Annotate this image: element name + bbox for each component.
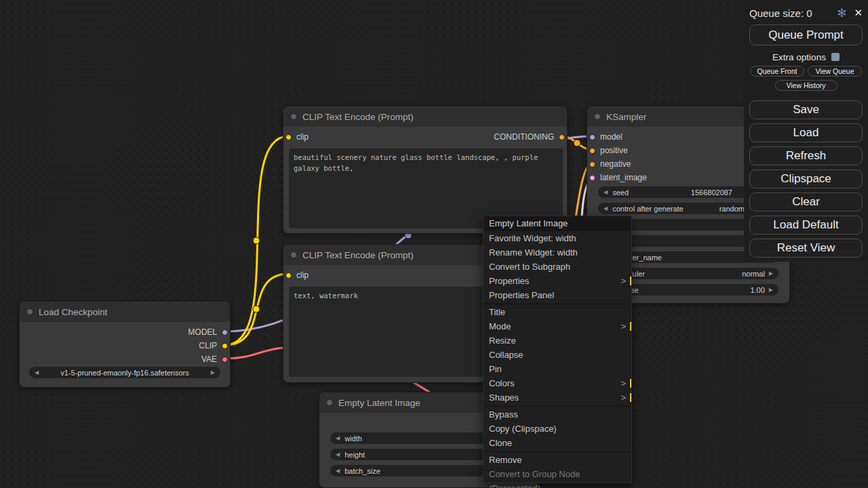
clear-button[interactable]: Clear xyxy=(749,192,863,211)
menu-item-favorite-widget[interactable]: Favorite Widget: width xyxy=(484,231,631,245)
decrement-arrow-icon[interactable]: ◀ xyxy=(336,468,340,474)
menu-item-rename-widget[interactable]: Rename Widget: width xyxy=(484,245,631,260)
menu-item-convert-to-subgraph[interactable]: Convert to Subgraph xyxy=(484,260,631,274)
menu-item-label: Convert to Subgraph xyxy=(489,262,570,272)
view-queue-button[interactable]: View Queue xyxy=(808,66,862,77)
menu-item-label: Copy (Clipspace) xyxy=(489,424,557,434)
slot-label: VAE xyxy=(201,354,217,364)
menu-item-label: Bypass xyxy=(489,409,518,420)
link-midpoint-dot[interactable] xyxy=(253,306,260,312)
load-default-button[interactable]: Load Default xyxy=(749,216,863,235)
queue-size-label: Queue size: 0 xyxy=(749,7,837,19)
link-midpoint-dot[interactable] xyxy=(574,140,580,146)
node-clip-text-encode-positive[interactable]: CLIP Text Encode (Prompt) clip CONDITION… xyxy=(283,106,568,234)
menu-item-label: Properties xyxy=(489,276,529,286)
collapse-dot-icon[interactable] xyxy=(326,399,333,406)
node-title: CLIP Text Encode (Prompt) xyxy=(302,250,414,260)
conditioning-port-icon[interactable] xyxy=(559,134,565,140)
menu-item-mode[interactable]: Mode> xyxy=(484,319,631,333)
clipspace-button[interactable]: Clipspace xyxy=(749,169,863,188)
queue-front-button[interactable]: Queue Front xyxy=(750,66,804,77)
menu-item-label: Collapse xyxy=(489,350,524,360)
slot-label: positive xyxy=(600,146,628,155)
link-midpoint-dot[interactable] xyxy=(253,237,260,244)
output-slot-conditioning[interactable]: CONDITIONING xyxy=(283,130,567,144)
menu-item-shapes[interactable]: Shapes> xyxy=(484,390,631,405)
decrement-arrow-icon[interactable]: ◀ xyxy=(604,189,608,195)
conditioning-port-icon[interactable] xyxy=(589,148,595,154)
decrement-arrow-icon[interactable]: ◀ xyxy=(336,435,340,441)
node-title: KSampler xyxy=(606,112,646,122)
menu-item-properties[interactable]: Properties> xyxy=(484,274,631,288)
menu-item-colors[interactable]: Colors> xyxy=(484,376,631,390)
node-titlebar[interactable]: Load Checkpoint xyxy=(20,302,230,322)
slot-label: negative xyxy=(600,159,631,169)
model-port-icon[interactable] xyxy=(589,134,595,140)
node-titlebar[interactable]: CLIP Text Encode (Prompt) xyxy=(283,106,567,127)
menu-item-label: Clone xyxy=(489,438,512,448)
menu-item-label: Title xyxy=(489,307,505,317)
menu-item-clone[interactable]: Clone xyxy=(484,436,631,450)
increment-arrow-icon[interactable]: ▶ xyxy=(769,270,773,277)
submenu-arrow-icon: > xyxy=(620,274,626,288)
submenu-arrow-icon: > xyxy=(620,376,626,390)
widget-ckpt-name[interactable]: ◀ v1-5-pruned-emaonly-fp16.safetensors ▶ xyxy=(29,367,220,378)
menu-item-pin[interactable]: Pin xyxy=(484,362,631,376)
refresh-button[interactable]: Refresh xyxy=(749,146,863,165)
widget-label: control after generate xyxy=(612,205,684,213)
widget-label: width xyxy=(344,434,362,443)
menu-item-bypass[interactable]: Bypass xyxy=(484,407,631,422)
menu-item-remove[interactable]: Remove xyxy=(484,453,631,467)
node-title: Empty Latent Image xyxy=(338,398,420,408)
menu-item-properties-panel[interactable]: Properties Panel xyxy=(484,288,631,302)
vae-port-icon[interactable] xyxy=(222,357,228,363)
menu-item-label: Mode xyxy=(489,321,511,331)
save-button[interactable]: Save xyxy=(749,100,863,119)
widget-label: height xyxy=(344,451,365,459)
menu-item-label: Shapes xyxy=(489,392,519,403)
widget-value: normal xyxy=(742,270,765,278)
decrement-arrow-icon[interactable]: ◀ xyxy=(604,205,608,211)
output-slot-model[interactable]: MODEL xyxy=(20,325,230,339)
widget-label: batch_size xyxy=(344,467,380,475)
widget-value: 1566802087 xyxy=(691,188,732,197)
menu-item-label: Remove xyxy=(489,455,521,465)
menu-item-resize[interactable]: Resize xyxy=(484,333,631,348)
model-port-icon[interactable] xyxy=(222,329,228,336)
decrement-arrow-icon[interactable]: ◀ xyxy=(336,451,340,458)
close-icon[interactable]: ✕ xyxy=(854,7,863,19)
slot-label: CLIP xyxy=(199,341,217,350)
menu-item-label: Pin xyxy=(489,364,502,374)
menu-item-collapse[interactable]: Collapse xyxy=(484,348,631,362)
reset-view-button[interactable]: Reset View xyxy=(749,239,863,258)
submenu-arrow-icon: > xyxy=(620,390,626,405)
settings-gear-icon[interactable]: ✻ xyxy=(837,6,846,20)
queue-prompt-button[interactable]: Queue Prompt xyxy=(749,24,863,45)
slot-label: MODEL xyxy=(188,327,217,337)
increment-arrow-icon[interactable]: ▶ xyxy=(769,287,773,293)
collapse-dot-icon[interactable] xyxy=(290,251,297,258)
output-slot-clip[interactable]: CLIP xyxy=(20,339,230,352)
menu-item-copy-clipspace[interactable]: Copy (Clipspace) xyxy=(484,422,631,436)
menu-item-convert-to-group-node[interactable]: Convert to Group Node (Deprecated) xyxy=(484,467,631,481)
slot-label: model xyxy=(600,132,623,142)
collapse-dot-icon[interactable] xyxy=(26,308,33,315)
view-history-button[interactable]: View History xyxy=(775,80,837,91)
next-arrow-icon[interactable]: ▶ xyxy=(211,369,215,375)
clip-port-icon[interactable] xyxy=(222,343,228,349)
output-slot-vae[interactable]: VAE xyxy=(20,352,230,366)
collapse-dot-icon[interactable] xyxy=(594,113,601,120)
widget-value: 1.00 xyxy=(750,286,764,294)
menu-item-title[interactable]: Title xyxy=(484,305,631,319)
menu-item-label: Rename Widget: width xyxy=(489,247,578,258)
conditioning-port-icon[interactable] xyxy=(589,161,595,167)
extra-options-checkbox[interactable] xyxy=(831,53,840,61)
load-button[interactable]: Load xyxy=(749,123,863,142)
collapse-dot-icon[interactable] xyxy=(290,113,297,120)
latent-port-icon[interactable] xyxy=(589,175,595,181)
graph-canvas[interactable]: CLIP Text Encode (Prompt) clip CONDITION… xyxy=(0,0,868,488)
node-load-checkpoint[interactable]: Load Checkpoint MODEL CLIP VAE ◀ v1-5-pr… xyxy=(19,301,231,388)
slot-label: latent_image xyxy=(600,173,647,182)
comfyui-menu-panel: Queue size: 0 ✻ ✕ Queue Prompt Extra opt… xyxy=(744,0,868,262)
menu-item-label: Resize xyxy=(489,336,516,346)
